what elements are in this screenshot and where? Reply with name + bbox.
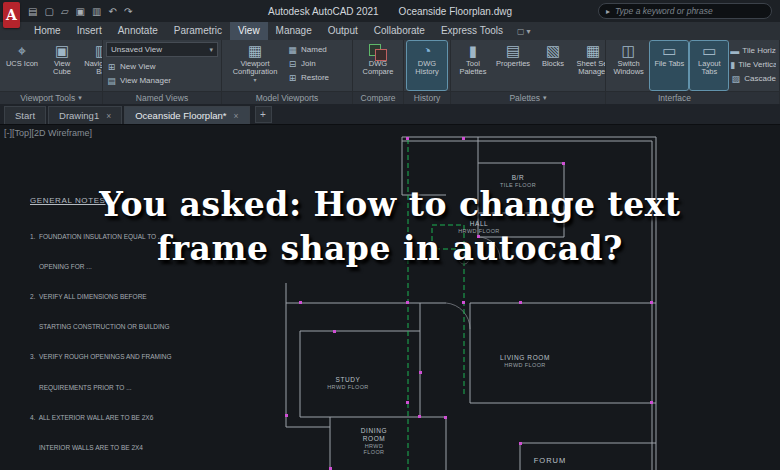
new-view-icon: ⊞ [106, 62, 117, 72]
close-icon[interactable]: × [106, 111, 111, 121]
restore-viewports-button[interactable]: ⊞ Restore [287, 71, 329, 84]
button-label: Tool Palettes [456, 60, 490, 77]
autocad-window: A ▤ ▢ ▱ ▣ ▥ ↶ ↷ Autodesk AutoCAD 2021 Oc… [0, 0, 780, 470]
switch-windows-button[interactable]: ◫ Switch Windows [609, 41, 648, 90]
file-tab-bar: Start Drawing1 × Oceanside Floorplan* × … [0, 104, 780, 124]
ribbon-tab-parametric[interactable]: Parametric [166, 22, 230, 40]
room-label-forum: FORUM [520, 456, 580, 465]
window-title: Autodesk AutoCAD 2021 Oceanside Floorpla… [268, 6, 512, 17]
button-label: Navigation Bar [84, 60, 102, 77]
dwg-history-button[interactable]: ◔ DWG History [407, 41, 447, 90]
ribbon-display-toggle[interactable]: ▢ ▾ [511, 22, 537, 40]
button-label: Blocks [542, 60, 564, 68]
new-drawing-tab-button[interactable]: + [255, 106, 272, 123]
quick-access-toolbar: ▤ ▢ ▱ ▣ ▥ ↶ ↷ [28, 6, 132, 17]
app-menu-icon[interactable]: ▤ [28, 6, 37, 17]
panel-label-named-views[interactable]: Named Views [103, 91, 221, 104]
panel-label-palettes[interactable]: Palettes ▾ [451, 91, 605, 104]
close-icon[interactable]: × [234, 111, 239, 121]
open-icon[interactable]: ▱ [61, 6, 69, 17]
viewport-controls-label[interactable]: [-][Top][2D Wireframe] [4, 128, 92, 138]
named-views-dropdown[interactable]: Unsaved View ▾ [106, 42, 218, 57]
ribbon-tab-home[interactable]: Home [26, 22, 69, 40]
ucs-icon-button[interactable]: ⌖ UCS Icon [3, 41, 41, 90]
navigation-bar-button[interactable]: ▥ Navigation Bar [83, 41, 102, 90]
viewport-configuration-button[interactable]: ▦ Viewport Configuration ▾ [225, 41, 285, 90]
ribbon-tab-annotate[interactable]: Annotate [110, 22, 166, 40]
layout-tabs-icon: ▭ [702, 42, 716, 60]
room-label-living-room: LIVING ROOM HRWD FLOOR [480, 354, 570, 368]
question-overlay: You asked: How to change text frame shap… [0, 183, 780, 271]
cascade-icon: ▨ [730, 74, 741, 84]
button-label: DWG Compare [358, 60, 398, 77]
search-input[interactable]: ▸ Type a keyword or phrase [598, 3, 772, 19]
button-label: Switch Windows [611, 60, 646, 77]
panel-compare: DWG Compare Compare [353, 40, 404, 104]
tile-vertically-button[interactable]: ▮ Tile Vertically [730, 58, 776, 71]
join-viewports-button[interactable]: ⊟ Join [287, 57, 329, 70]
undo-icon[interactable]: ↶ [109, 6, 117, 17]
view-cube-icon: ▣ [55, 42, 69, 60]
panel-label-viewport-tools[interactable]: Viewport Tools ▾ [0, 91, 102, 104]
sheet-set-manager-button[interactable]: ▦ Sheet Set Manager [574, 41, 605, 90]
button-label: File Tabs [654, 60, 684, 68]
view-manager-button[interactable]: ▤ View Manager [106, 74, 218, 87]
blocks-icon: ▧ [546, 42, 560, 60]
search-placeholder: Type a keyword or phrase [615, 6, 713, 16]
panel-named-views: Unsaved View ▾ ⊞ New View ▤ View Manager… [103, 40, 222, 104]
panel-history: ◔ DWG History History [404, 40, 451, 104]
panel-palettes: ▮ Tool Palettes ▤ Properties ▧ Blocks ▦ … [451, 40, 606, 104]
viewport-configuration-icon: ▦ [248, 42, 262, 60]
ribbon-tab-output[interactable]: Output [320, 22, 366, 40]
redo-icon[interactable]: ↷ [124, 6, 132, 17]
tool-palettes-button[interactable]: ▮ Tool Palettes [454, 41, 492, 90]
tile-vertically-icon: ▮ [730, 60, 735, 70]
navigation-bar-icon: ▥ [95, 42, 102, 60]
ribbon-tab-insert[interactable]: Insert [69, 22, 110, 40]
button-label: Properties [496, 60, 530, 68]
save-icon[interactable]: ▣ [76, 6, 85, 17]
named-viewports-icon: ▦ [287, 45, 298, 55]
named-viewports-button[interactable]: ▦ Named [287, 43, 329, 56]
sheet-set-manager-icon: ▦ [586, 42, 600, 60]
panel-label-compare[interactable]: Compare [353, 91, 403, 104]
file-tabs-button[interactable]: ▭ File Tabs [650, 41, 688, 90]
dwg-compare-button[interactable]: DWG Compare [356, 41, 400, 90]
autocad-logo[interactable]: A [3, 2, 20, 28]
properties-button[interactable]: ▤ Properties [494, 41, 532, 90]
tile-horizontally-button[interactable]: ▬ Tile Horizontally [730, 44, 776, 57]
panel-label-model-viewports[interactable]: Model Viewports [222, 91, 352, 104]
ribbon-tab-bar: Home Insert Annotate Parametric View Man… [0, 22, 780, 40]
view-manager-icon: ▤ [106, 76, 117, 86]
properties-icon: ▤ [506, 42, 520, 60]
ribbon-tab-view[interactable]: View [230, 22, 268, 40]
ribbon-tab-manage[interactable]: Manage [268, 22, 320, 40]
restore-icon: ⊞ [287, 73, 298, 83]
panel-label-interface[interactable]: Interface [606, 91, 779, 104]
dwg-compare-icon [369, 43, 387, 60]
file-tab-oceanside-floorplan[interactable]: Oceanside Floorplan* × [124, 106, 249, 124]
dwg-history-icon: ◔ [422, 42, 431, 60]
view-cube-button[interactable]: ▣ View Cube [43, 41, 81, 90]
search-expand-icon: ▸ [606, 7, 610, 16]
ribbon-tab-express-tools[interactable]: Express Tools [433, 22, 511, 40]
panel-label-history[interactable]: History [404, 91, 450, 104]
plot-icon[interactable]: ▥ [92, 6, 101, 17]
file-tab-start[interactable]: Start [4, 106, 46, 124]
new-icon[interactable]: ▢ [44, 6, 53, 17]
cascade-button[interactable]: ▨ Cascade [730, 72, 776, 85]
room-label-dining-room: DINING ROOM HRWD FLOOR [355, 427, 393, 455]
file-tabs-icon: ▭ [662, 42, 676, 60]
blocks-button[interactable]: ▧ Blocks [534, 41, 572, 90]
chevron-down-icon: ▾ [209, 46, 213, 54]
layout-tabs-button[interactable]: ▭ Layout Tabs [690, 41, 728, 90]
file-tab-drawing1[interactable]: Drawing1 × [48, 106, 122, 124]
join-icon: ⊟ [287, 59, 298, 69]
room-label-study: STUDY HRWD FLOOR [318, 376, 378, 390]
app-title: Autodesk AutoCAD 2021 [268, 6, 379, 17]
new-view-button[interactable]: ⊞ New View [106, 60, 218, 73]
ribbon-tab-collaborate[interactable]: Collaborate [366, 22, 433, 40]
ucs-icon: ⌖ [18, 42, 26, 60]
drawing-canvas[interactable]: [-][Top][2D Wireframe] GENERAL NOTES 1. … [0, 124, 780, 470]
document-title: Oceanside Floorplan.dwg [399, 6, 512, 17]
